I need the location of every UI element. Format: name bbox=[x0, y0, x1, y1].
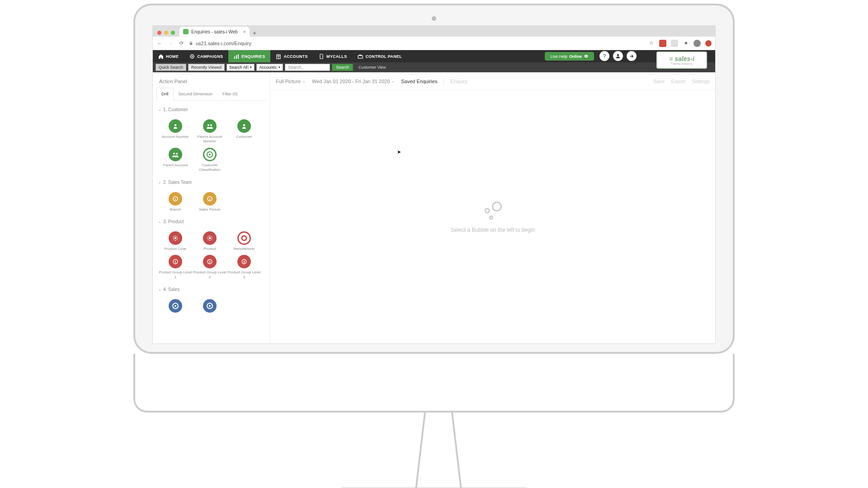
drill-bubble[interactable]: 1Product Group Level 1 bbox=[158, 253, 193, 282]
search-button[interactable]: Search bbox=[332, 64, 353, 71]
extensions-puzzle-icon[interactable]: ✦ bbox=[683, 40, 689, 47]
saved-enquiries-link[interactable]: Saved Enquiries bbox=[401, 79, 437, 84]
url-field[interactable]: us21.sales-i.com/Enquiry bbox=[189, 41, 644, 46]
save-link[interactable]: Save bbox=[653, 79, 665, 84]
svg-point-17 bbox=[173, 153, 175, 155]
search-scope-dropdown[interactable]: Search All ▾ bbox=[226, 64, 255, 71]
person-icon bbox=[169, 119, 182, 133]
svg-point-34 bbox=[209, 237, 211, 239]
logout-button[interactable] bbox=[627, 51, 637, 61]
browser-tab[interactable]: Enquiries - sales-i Web × bbox=[179, 27, 250, 37]
drill-bubble[interactable]: Customer bbox=[227, 117, 261, 146]
browser-address-bar: ← → ⟳ us21.sales-i.com/Enquiry ☆ ✦ bbox=[153, 37, 715, 50]
person-icon bbox=[237, 119, 251, 133]
customer-view-link[interactable]: Customer View bbox=[355, 65, 390, 70]
new-tab-button[interactable]: + bbox=[250, 29, 259, 37]
gear-icon bbox=[203, 231, 217, 245]
bubble-label: Product Group Level 3 bbox=[227, 270, 261, 280]
reload-button[interactable]: ⟳ bbox=[178, 40, 184, 47]
window-close-dot[interactable] bbox=[157, 31, 161, 35]
drill-bubble[interactable]: Manufacturer bbox=[227, 230, 261, 253]
recently-viewed-button[interactable]: Recently Viewed bbox=[188, 64, 225, 71]
svg-point-13 bbox=[175, 124, 177, 127]
user-button[interactable] bbox=[613, 51, 623, 61]
placeholder-text: Select a Bubble on the left to begin bbox=[451, 227, 535, 233]
accounts-dropdown-label: Accounts bbox=[259, 65, 276, 70]
app-nav: HOME CAMPAIGNS ENQUIRIES bbox=[153, 50, 715, 62]
action-panel-scroll[interactable]: ⌄1. CustomerAccount NumberParent Account… bbox=[153, 101, 270, 343]
drill-bubble[interactable] bbox=[193, 297, 227, 316]
window-zoom-dot[interactable] bbox=[171, 31, 175, 35]
drill-bubble[interactable]: Product bbox=[193, 230, 227, 253]
bubble-grid bbox=[154, 296, 269, 318]
tab-second-dimension[interactable]: Second Dimension bbox=[174, 88, 218, 100]
date-range-text: Wed Jan 01 2020 - Fri Jan 31 2020 bbox=[312, 79, 390, 84]
drill-bubble[interactable]: Parent Account bbox=[158, 146, 193, 174]
drill-bubble[interactable]: 2Product Group Level 2 bbox=[193, 253, 227, 282]
bubble-grid: Account NumberParent Account NumberCusto… bbox=[154, 116, 269, 176]
bubble-label: Product Code bbox=[165, 247, 187, 251]
back-button[interactable]: ← bbox=[156, 40, 163, 47]
monitor-base bbox=[133, 354, 735, 413]
live-help-button[interactable]: Live Help Online 💬 bbox=[545, 52, 594, 61]
drill-bubble[interactable]: Product Code bbox=[158, 230, 193, 253]
drill-bubble[interactable]: $Sales Person bbox=[193, 190, 227, 214]
search-input[interactable]: Search... bbox=[285, 64, 330, 71]
nav-accounts-label: ACCOUNTS bbox=[283, 54, 307, 59]
arrow-right-icon bbox=[629, 54, 634, 59]
nav-enquiries[interactable]: ENQUIRIES bbox=[228, 50, 270, 62]
settings-link[interactable]: Settings bbox=[692, 79, 710, 84]
caret-down-icon: ▾ bbox=[248, 66, 252, 69]
drill-bubble[interactable]: Customer Classification bbox=[193, 146, 227, 174]
nav-campaigns[interactable]: CAMPAIGNS bbox=[184, 50, 228, 62]
tab-close-icon[interactable]: × bbox=[243, 29, 246, 34]
help-button[interactable]: ? bbox=[599, 51, 609, 61]
chevron-down-icon: ⌄ bbox=[158, 287, 161, 291]
extension-icon-3[interactable] bbox=[705, 40, 712, 47]
window-minimize-dot[interactable] bbox=[164, 31, 168, 35]
drill-bubble[interactable]: Parent Account Number bbox=[193, 117, 227, 146]
bubble-label: Branch bbox=[170, 207, 181, 212]
monitor-stand bbox=[389, 413, 479, 488]
phone-icon bbox=[319, 54, 324, 59]
svg-point-51 bbox=[175, 305, 176, 307]
profile-avatar-icon[interactable] bbox=[693, 40, 701, 47]
date-range-picker[interactable]: Wed Jan 01 2020 - Fri Jan 31 2020 ⌄ bbox=[312, 79, 395, 84]
settings-icon bbox=[358, 54, 363, 59]
svg-line-33 bbox=[177, 236, 177, 237]
action-panel-tabs: Drill Second Dimension Filter (0) bbox=[156, 88, 266, 101]
group-header[interactable]: ⌄2. Sales Team bbox=[154, 176, 269, 188]
svg-line-30 bbox=[174, 236, 174, 237]
export-link[interactable]: Export bbox=[671, 79, 685, 84]
drill-bubble[interactable]: 3Product Group Level 3 bbox=[227, 253, 261, 282]
svg-rect-10 bbox=[358, 56, 363, 58]
chevron-down-icon: ⌄ bbox=[158, 220, 161, 224]
drill-bubble[interactable]: Account Number bbox=[158, 117, 193, 146]
extension-icon-1[interactable] bbox=[659, 40, 666, 47]
nav-control-panel[interactable]: CONTROL PANEL bbox=[352, 50, 407, 62]
drill-bubble[interactable] bbox=[158, 297, 193, 316]
star-icon[interactable]: ☆ bbox=[648, 40, 655, 47]
tab-filter[interactable]: Filter (0) bbox=[217, 88, 243, 100]
svg-line-41 bbox=[208, 239, 208, 240]
group-header[interactable]: ⌄1. Customer bbox=[154, 103, 269, 116]
extension-icon-2[interactable] bbox=[671, 40, 678, 47]
target-icon bbox=[169, 299, 182, 313]
group-title: 4. Sales bbox=[163, 287, 179, 292]
tab-drill[interactable]: Drill bbox=[156, 88, 174, 101]
nav-mycalls[interactable]: MYCALLS bbox=[313, 50, 353, 62]
full-picture-dropdown[interactable]: Full Picture ⌄ bbox=[276, 79, 306, 84]
quick-search-button[interactable]: Quick Search bbox=[156, 64, 186, 71]
chat-icon: 💬 bbox=[584, 54, 589, 59]
nav-accounts[interactable]: ACCOUNTS bbox=[270, 50, 313, 62]
drill-bubble[interactable]: $Branch bbox=[158, 190, 193, 214]
svg-point-43 bbox=[242, 236, 246, 240]
group-header[interactable]: ⌄3. Product bbox=[154, 216, 269, 228]
num-icon: 1 bbox=[169, 255, 182, 268]
nav-home[interactable]: HOME bbox=[153, 50, 184, 62]
home-icon bbox=[158, 54, 164, 59]
forward-button[interactable]: → bbox=[167, 40, 174, 47]
accounts-dropdown[interactable]: Accounts ▾ bbox=[256, 64, 283, 71]
group-header[interactable]: ⌄4. Sales bbox=[154, 283, 269, 296]
svg-line-39 bbox=[208, 236, 208, 237]
